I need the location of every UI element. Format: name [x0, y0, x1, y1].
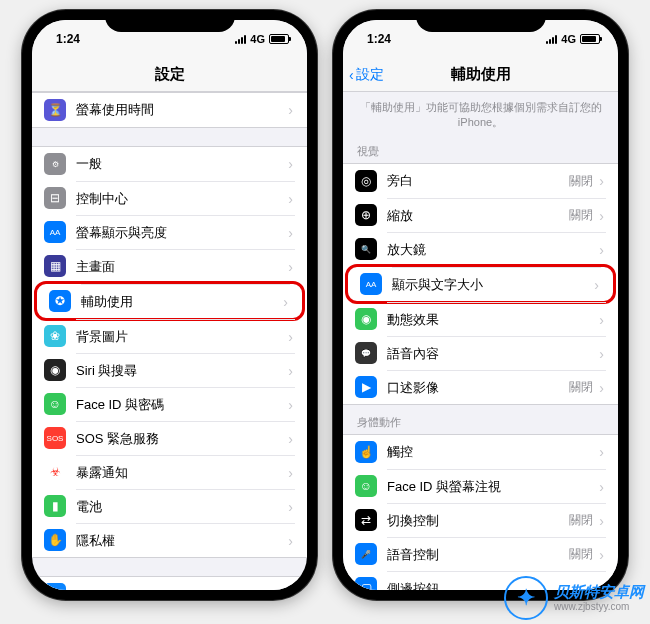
settings-row[interactable]: ⏳螢幕使用時間›	[32, 93, 307, 127]
settings-row[interactable]: ◉動態效果›	[343, 302, 618, 336]
phone-right: 1:24 4G ‹ 設定 輔助使用 「輔助使用」功能可協助您根據個別需求自訂您的…	[333, 10, 628, 600]
watermark-url: www.zjbstyy.com	[554, 601, 644, 612]
battery-icon	[269, 34, 289, 44]
settings-row[interactable]: ⊟控制中心›	[32, 181, 307, 215]
watermark: ✦ 贝斯特安卓网 www.zjbstyy.com	[504, 576, 644, 620]
chevron-right-icon: ›	[288, 533, 293, 549]
row-value: 關閉	[569, 512, 593, 529]
chevron-right-icon: ›	[288, 329, 293, 345]
page-title: 設定	[155, 65, 185, 84]
settings-row[interactable]: SOSSOS 緊急服務›	[32, 421, 307, 455]
chevron-right-icon: ›	[288, 499, 293, 515]
description: 「輔助使用」功能可協助您根據個別需求自訂您的 iPhone。	[343, 92, 618, 134]
chevron-right-icon: ›	[288, 156, 293, 172]
row-label: App Store	[76, 587, 134, 591]
row-icon: A	[44, 583, 66, 590]
row-label: 輔助使用	[81, 293, 133, 311]
signal-icon	[546, 35, 557, 44]
chevron-right-icon: ›	[599, 547, 604, 563]
settings-row[interactable]: ◉Siri 與搜尋›	[32, 353, 307, 387]
row-label: 觸控	[387, 443, 413, 461]
chevron-right-icon: ›	[288, 102, 293, 118]
row-label: 電池	[76, 498, 102, 516]
settings-row[interactable]: 🔍放大鏡›	[343, 232, 618, 266]
row-label: 縮放	[387, 207, 413, 225]
chevron-right-icon: ›	[288, 397, 293, 413]
row-icon: SOS	[44, 427, 66, 449]
watermark-logo-icon: ✦	[504, 576, 548, 620]
back-label: 設定	[356, 66, 384, 84]
back-button[interactable]: ‹ 設定	[349, 66, 384, 84]
row-icon: ◎	[355, 170, 377, 192]
navbar: 設定	[32, 58, 307, 92]
row-icon: ⚙︎	[44, 153, 66, 175]
row-icon: ▶	[355, 376, 377, 398]
settings-row[interactable]: 🎤語音控制關閉›	[343, 537, 618, 571]
settings-row[interactable]: ⇄切換控制關閉›	[343, 503, 618, 537]
row-label: 暴露通知	[76, 464, 128, 482]
row-label: Face ID 與螢幕注視	[387, 478, 501, 496]
chevron-right-icon: ›	[599, 208, 604, 224]
row-icon: ⇄	[355, 509, 377, 531]
row-label: Siri 與搜尋	[76, 362, 137, 380]
signal-icon	[235, 35, 246, 44]
chevron-right-icon: ›	[599, 479, 604, 495]
notch	[416, 10, 546, 32]
notch	[105, 10, 235, 32]
settings-row[interactable]: ☝觸控›	[343, 435, 618, 469]
settings-row[interactable]: ◎旁白關閉›	[343, 164, 618, 198]
row-icon: ☺	[355, 475, 377, 497]
chevron-right-icon: ›	[599, 444, 604, 460]
settings-row[interactable]: ☣暴露通知›	[32, 455, 307, 489]
chevron-right-icon: ›	[594, 277, 599, 293]
settings-row[interactable]: ▶口述影像關閉›	[343, 370, 618, 404]
chevron-right-icon: ›	[288, 586, 293, 590]
row-label: 側邊按鈕	[387, 580, 439, 591]
chevron-right-icon: ›	[288, 191, 293, 207]
settings-row[interactable]: ⊕縮放關閉›	[343, 198, 618, 232]
chevron-right-icon: ›	[599, 346, 604, 362]
row-value: 關閉	[569, 546, 593, 563]
settings-row[interactable]: ✋隱私權›	[32, 523, 307, 557]
settings-row[interactable]: ⚙︎一般›	[32, 147, 307, 181]
row-icon: ☝	[355, 441, 377, 463]
settings-row[interactable]: AApp Store›	[32, 577, 307, 590]
row-label: 切換控制	[387, 512, 439, 530]
section-header: 視覺	[343, 134, 618, 163]
row-icon: 💬	[355, 342, 377, 364]
settings-row[interactable]: ☺Face ID 與密碼›	[32, 387, 307, 421]
row-label: 背景圖片	[76, 328, 128, 346]
settings-row[interactable]: ☺Face ID 與螢幕注視›	[343, 469, 618, 503]
settings-row[interactable]: ▦主畫面›	[32, 249, 307, 283]
watermark-title: 贝斯特安卓网	[554, 584, 644, 601]
row-icon: ✪	[49, 290, 71, 312]
chevron-right-icon: ›	[288, 225, 293, 241]
settings-row[interactable]: ❀背景圖片›	[32, 319, 307, 353]
settings-row[interactable]: 💬語音內容›	[343, 336, 618, 370]
chevron-right-icon: ›	[599, 173, 604, 189]
chevron-right-icon: ›	[599, 312, 604, 328]
time: 1:24	[367, 32, 391, 46]
phone-left: 1:24 4G 設定 ⏳螢幕使用時間›⚙︎一般›⊟控制中心›AA螢幕顯示與亮度›…	[22, 10, 317, 600]
settings-row[interactable]: AA顯示與文字大小›	[345, 264, 616, 304]
settings-row[interactable]: ▮電池›	[32, 489, 307, 523]
navbar: ‹ 設定 輔助使用	[343, 58, 618, 92]
row-label: 顯示與文字大小	[392, 276, 483, 294]
row-icon: AA	[44, 221, 66, 243]
row-label: 控制中心	[76, 190, 128, 208]
row-label: 螢幕使用時間	[76, 101, 154, 119]
row-label: 放大鏡	[387, 241, 426, 259]
settings-row[interactable]: AA螢幕顯示與亮度›	[32, 215, 307, 249]
row-icon: ◉	[355, 308, 377, 330]
settings-row[interactable]: ✪輔助使用›	[34, 281, 305, 321]
chevron-left-icon: ‹	[349, 67, 354, 83]
row-icon: ❀	[44, 325, 66, 347]
row-label: 螢幕顯示與亮度	[76, 224, 167, 242]
row-icon: 🔍	[355, 238, 377, 260]
row-value: 關閉	[569, 207, 593, 224]
row-label: 口述影像	[387, 379, 439, 397]
row-icon: AA	[360, 273, 382, 295]
row-label: 一般	[76, 155, 102, 173]
row-value: 關閉	[569, 173, 593, 190]
network: 4G	[250, 33, 265, 45]
